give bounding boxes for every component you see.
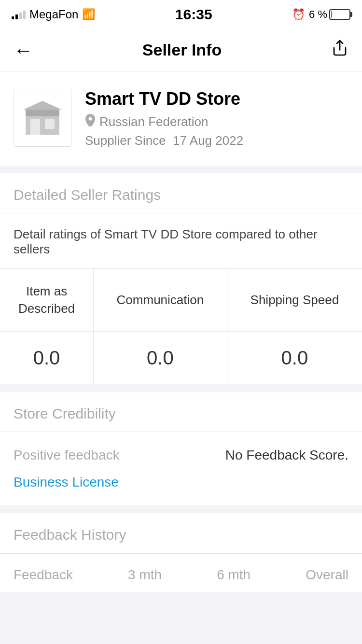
status-bar: MegaFon 📶 16:35 ⏰ 6 % (0, 0, 362, 29)
col-header-item-as-described: Item asDescribed (0, 269, 94, 331)
col-header-shipping-speed: Shipping Speed (227, 269, 362, 331)
ratings-header-row: Item asDescribed Communication Shipping … (0, 269, 362, 331)
feedback-section: Feedback History Feedback 3 mth 6 mth Ov… (0, 513, 362, 592)
seller-since: Supplier Since 17 Aug 2022 (85, 133, 348, 148)
feedback-section-title: Feedback History (14, 527, 126, 543)
seller-name: Smart TV DD Store (85, 89, 348, 109)
credibility-section: Store Credibility Positive feedback No F… (0, 392, 362, 505)
share-button[interactable] (331, 39, 348, 61)
seller-country: Russian Federation (99, 114, 208, 129)
credibility-section-title: Store Credibility (14, 406, 116, 421)
status-right: ⏰ 6 % (292, 8, 350, 21)
feedback-col-feedback: Feedback (14, 567, 73, 583)
nav-bar: ← Seller Info (0, 29, 362, 71)
ratings-values-row: 0.0 0.0 0.0 (0, 331, 362, 384)
positive-feedback-label: Positive feedback (14, 448, 119, 463)
wifi-icon: 📶 (82, 8, 95, 21)
feedback-col-3mth: 3 mth (128, 567, 162, 583)
ratings-section: Detail ratings of Smart TV DD Store comp… (0, 213, 362, 384)
svg-marker-5 (23, 101, 62, 110)
divider-3 (0, 505, 362, 513)
battery-fill (331, 11, 332, 18)
feedback-col-6mth: 6 mth (217, 567, 251, 583)
seller-details: Smart TV DD Store Russian Federation Sup… (85, 89, 348, 148)
svg-rect-2 (30, 119, 40, 135)
feedback-section-header: Feedback History (0, 513, 362, 553)
business-license-row: Business License (14, 475, 348, 490)
divider-2 (0, 384, 362, 392)
ratings-section-title: Detailed Seller Ratings (14, 187, 161, 203)
store-icon (23, 101, 62, 135)
positive-feedback-value: No Feedback Score. (225, 448, 348, 463)
feedback-header-row: Feedback 3 mth 6 mth Overall (0, 553, 362, 592)
signal-icon (12, 10, 26, 19)
status-left: MegaFon 📶 (12, 8, 95, 21)
col-header-communication: Communication (94, 269, 227, 331)
battery-percent: 6 % (309, 8, 327, 21)
battery-icon (329, 9, 350, 20)
location-pin-icon (85, 114, 96, 129)
ratings-section-header: Detailed Seller Ratings (0, 173, 362, 213)
communication-value: 0.0 (94, 331, 227, 384)
seller-location: Russian Federation (85, 114, 348, 129)
seller-info-section: Smart TV DD Store Russian Federation Sup… (0, 71, 362, 166)
credibility-section-header: Store Credibility (0, 392, 362, 432)
shipping-speed-value: 0.0 (227, 331, 362, 384)
business-license-link[interactable]: Business License (14, 475, 119, 490)
ratings-table: Item asDescribed Communication Shipping … (0, 269, 362, 384)
page-title: Seller Info (142, 41, 222, 59)
battery-container: 6 % (309, 8, 350, 21)
back-button[interactable]: ← (14, 41, 33, 60)
svg-rect-4 (26, 110, 59, 116)
seller-logo (14, 89, 71, 147)
status-time: 16:35 (175, 6, 212, 23)
carrier-name: MegaFon (29, 8, 78, 21)
item-as-described-value: 0.0 (0, 331, 94, 384)
svg-rect-3 (45, 119, 55, 129)
divider-1 (0, 166, 362, 173)
feedback-col-overall: Overall (306, 567, 348, 583)
positive-feedback-row: Positive feedback No Feedback Score. (14, 448, 348, 463)
ratings-description: Detail ratings of Smart TV DD Store comp… (0, 213, 362, 269)
alarm-icon: ⏰ (292, 8, 305, 21)
credibility-content: Positive feedback No Feedback Score. Bus… (0, 432, 362, 505)
